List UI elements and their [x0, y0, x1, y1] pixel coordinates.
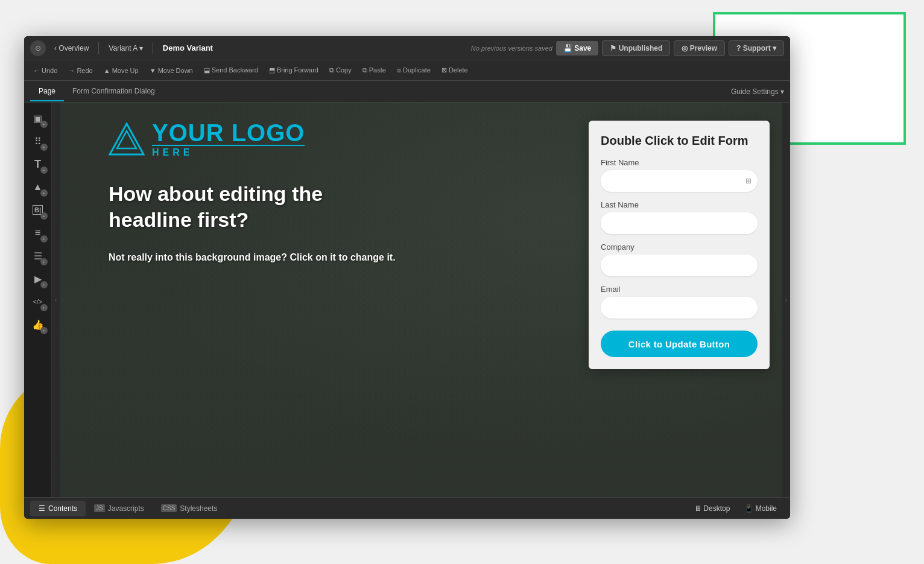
- headline-area[interactable]: How about editing the headline first? No…: [109, 181, 410, 265]
- last-name-label: Last Name: [601, 200, 758, 209]
- add-badge-4: +: [40, 189, 48, 197]
- logo-triangle-icon: [109, 121, 145, 157]
- js-icon: JS: [94, 504, 105, 512]
- undo-button[interactable]: ← Undo: [29, 65, 62, 76]
- company-field: Company: [601, 242, 758, 276]
- form-panel[interactable]: Double Click to Edit Form First Name ⊞ L…: [589, 121, 770, 369]
- move-up-button[interactable]: ▲ Move Up: [100, 65, 143, 76]
- add-badge-2: +: [40, 144, 48, 151]
- javascripts-label: Javascripts: [108, 504, 144, 513]
- sidebar-item-grid[interactable]: ⠿ +: [27, 130, 49, 152]
- input-icon: ⊞: [745, 177, 752, 185]
- bring-forward-button[interactable]: ⬒ Bring Forward: [265, 65, 323, 76]
- email-label: Email: [601, 285, 758, 294]
- company-label: Company: [601, 242, 758, 252]
- subheadline-text: Not really into this background image? C…: [109, 250, 410, 265]
- copy-button[interactable]: ⧉ Copy: [325, 65, 356, 76]
- divider-1: [98, 42, 99, 54]
- support-button[interactable]: ? Support ▾: [729, 40, 784, 56]
- logo-sub-text: HERE: [152, 145, 305, 158]
- overview-button[interactable]: ‹ Overview: [49, 42, 93, 55]
- tab-bar: Page Form Confirmation Dialog Guide Sett…: [24, 81, 790, 103]
- css-icon: CSS: [161, 504, 177, 512]
- sidebar-item-text[interactable]: T +: [27, 153, 49, 175]
- bottom-tab-javascripts[interactable]: JS Javascripts: [86, 501, 153, 516]
- duplicate-button[interactable]: ⧈ Duplicate: [393, 65, 435, 76]
- bottom-bar: ☰ Contents JS Javascripts CSS Stylesheet…: [24, 497, 790, 519]
- contents-icon: ☰: [39, 504, 45, 513]
- canvas-area[interactable]: YOUR LOGO HERE How about editing the hea…: [60, 103, 782, 497]
- first-name-input[interactable]: [601, 170, 758, 192]
- redo-button[interactable]: → Redo: [64, 65, 97, 76]
- main-content: ▣ + ⠿ + T + ▲ + B| + ≡ +: [24, 103, 790, 497]
- form-title: Double Click to Edit Form: [601, 133, 758, 148]
- headline-text: How about editing the headline first?: [109, 181, 410, 232]
- svg-marker-0: [110, 124, 144, 154]
- last-name-input[interactable]: [601, 212, 758, 234]
- toolbar: ← Undo → Redo ▲ Move Up ▼ Move Down ⬓ Se…: [24, 60, 790, 81]
- page-title: Demo Variant: [158, 41, 218, 55]
- sidebar-item-richtext[interactable]: B| +: [27, 199, 49, 221]
- logo-text-area: YOUR LOGO HERE: [152, 121, 305, 158]
- company-input[interactable]: [601, 255, 758, 276]
- email-input[interactable]: [601, 297, 758, 318]
- sidebar-item-list[interactable]: ≡ +: [27, 222, 49, 244]
- paste-button[interactable]: ⧉ Paste: [358, 65, 390, 76]
- variant-dropdown[interactable]: Variant A ▾: [104, 42, 147, 55]
- guide-settings-dropdown[interactable]: Guide Settings ▾: [731, 87, 784, 96]
- sidebar-item-social[interactable]: 👍 +: [27, 314, 49, 335]
- bottom-tab-stylesheets[interactable]: CSS Stylesheets: [153, 501, 226, 516]
- delete-button[interactable]: ⊠ Delete: [437, 65, 472, 76]
- sidebar: ▣ + ⠿ + T + ▲ + B| + ≡ +: [24, 103, 52, 497]
- stylesheets-label: Stylesheets: [180, 504, 217, 513]
- top-bar: ⊙ ‹ Overview Variant A ▾ Demo Variant No…: [24, 36, 790, 60]
- tab-form-confirmation[interactable]: Form Confirmation Dialog: [64, 82, 163, 101]
- add-badge-5: +: [40, 212, 48, 220]
- logo-area[interactable]: YOUR LOGO HERE: [109, 121, 305, 158]
- save-button[interactable]: 💾 Save: [556, 41, 598, 55]
- preview-button[interactable]: ◎ Preview: [674, 40, 725, 56]
- tab-page[interactable]: Page: [30, 82, 64, 101]
- add-badge-6: +: [40, 235, 48, 242]
- logo-main-text: YOUR LOGO: [152, 121, 305, 145]
- save-status: No previous versions saved: [471, 45, 552, 52]
- collapse-left-handle[interactable]: ‹: [52, 103, 60, 497]
- add-badge-9: +: [40, 304, 48, 311]
- move-down-button[interactable]: ▼ Move Down: [145, 65, 197, 76]
- unpublished-button[interactable]: ⚑ Unpublished: [602, 40, 670, 56]
- email-field: Email: [601, 285, 758, 318]
- last-name-field: Last Name: [601, 200, 758, 234]
- bottom-tab-contents[interactable]: ☰ Contents: [30, 501, 86, 516]
- first-name-input-wrapper: ⊞: [601, 170, 758, 192]
- svg-marker-1: [117, 131, 136, 148]
- list-icon: ≡: [35, 227, 40, 238]
- add-badge-7: +: [40, 258, 48, 265]
- sidebar-item-video[interactable]: ▶ +: [27, 268, 49, 290]
- add-badge-3: +: [40, 166, 48, 174]
- send-backward-button[interactable]: ⬓ Send Backward: [200, 65, 262, 76]
- add-badge-10: +: [40, 327, 48, 334]
- add-badge: +: [40, 121, 48, 128]
- desktop-view-button[interactable]: 🖥 Desktop: [687, 501, 737, 516]
- sidebar-item-section[interactable]: ▣ +: [27, 107, 49, 129]
- contents-label: Contents: [48, 504, 77, 513]
- sidebar-item-columns[interactable]: ☰ +: [27, 245, 49, 267]
- sidebar-item-code[interactable]: </> +: [27, 291, 49, 312]
- code-icon: </>: [33, 298, 43, 305]
- add-badge-8: +: [40, 281, 48, 288]
- sidebar-item-image[interactable]: ▲ +: [27, 176, 49, 198]
- mobile-view-button[interactable]: 📱 Mobile: [737, 501, 784, 516]
- app-logo: ⊙: [30, 40, 46, 56]
- form-submit-button[interactable]: Click to Update Button: [601, 331, 758, 357]
- editor-window: ⊙ ‹ Overview Variant A ▾ Demo Variant No…: [24, 36, 790, 519]
- divider-2: [153, 42, 153, 54]
- first-name-label: First Name: [601, 158, 758, 167]
- collapse-right-handle[interactable]: ›: [782, 103, 790, 497]
- first-name-field: First Name ⊞: [601, 158, 758, 192]
